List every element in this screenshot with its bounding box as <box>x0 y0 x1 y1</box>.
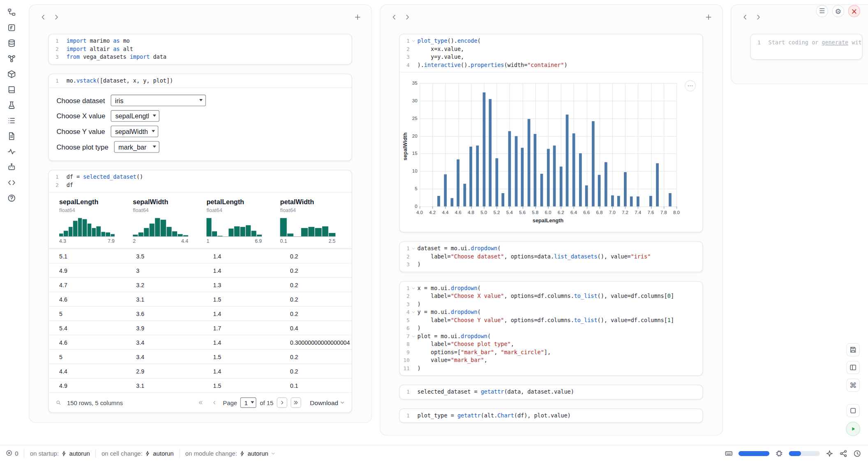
chart-cell[interactable]: 1plot_type().encode(2 x=x.value,3 y=y.va… <box>399 34 703 233</box>
runtime-config-item[interactable]: on cell change:autorun <box>102 450 174 456</box>
code-editor[interactable]: 1selected_dataset = getattr(data, datase… <box>399 385 702 399</box>
table-row[interactable]: 4.73.21.30.2setosa <box>49 278 352 292</box>
plot-type-select[interactable]: mark_bar <box>114 141 159 152</box>
table-row[interactable]: 4.42.91.40.2setosa <box>49 364 352 378</box>
code-editor[interactable]: 1mo.vstack([dataset, x, y, plot]) <box>49 74 352 88</box>
snippets-icon[interactable] <box>5 176 18 189</box>
menu-button[interactable]: ☰ <box>816 5 828 17</box>
variables-icon[interactable] <box>5 52 18 65</box>
code-line[interactable]: 9 options=["mark_bar", "mark_circle"], <box>399 348 697 357</box>
runtime-config-item[interactable]: on module change:autorun <box>185 450 275 456</box>
ai-chat-icon[interactable] <box>5 161 18 174</box>
dataset-select[interactable]: iris <box>111 95 206 106</box>
code-line[interactable]: 4y = mo.ui.dropdown( <box>399 308 697 316</box>
code-editor[interactable]: 1 Start coding or generate with AI <box>750 35 862 59</box>
code-line[interactable]: 10 value="mark_bar", <box>399 356 697 364</box>
code-editor[interactable]: 1import marimo as mo2import altair as al… <box>49 35 352 64</box>
xy-plot-dropdowns-cell[interactable]: 1x = mo.ui.dropdown(2 label="Choose X va… <box>399 281 703 376</box>
chevron-right-icon[interactable] <box>752 11 764 23</box>
code-line[interactable]: 11) <box>399 364 697 373</box>
table-row[interactable]: 5.43.91.70.4setosa <box>49 321 352 335</box>
notebook-icon[interactable] <box>5 83 18 96</box>
fold-caret-icon[interactable] <box>410 244 418 253</box>
code-line[interactable]: 1dataset = mo.ui.dropdown( <box>399 244 697 253</box>
imports-cell[interactable]: 1import marimo as mo2import altair as al… <box>48 34 352 65</box>
table-row[interactable]: 4.63.41.40.30000000000000004setosa <box>49 335 352 350</box>
last-page-button[interactable] <box>291 397 301 408</box>
search-icon[interactable] <box>53 397 64 408</box>
add-cell-button[interactable] <box>702 11 715 23</box>
column-header-species[interactable]: speciesobjectunique:nulls: <box>349 198 352 244</box>
dataframe-cell[interactable]: 1df = selected_dataset()2df sepalLengthf… <box>48 170 352 413</box>
code-line[interactable]: 8 label="Choose plot type", <box>399 340 697 348</box>
scratchpad-button[interactable] <box>846 404 859 417</box>
code-line[interactable]: 2 label="Choose dataset", options=data.l… <box>399 253 697 261</box>
code-line[interactable]: 1mo.vstack([dataset, x, y, plot]) <box>49 77 346 85</box>
code-line[interactable]: 1df = selected_dataset() <box>49 173 346 182</box>
command-palette-button[interactable]: ⌘ <box>846 378 859 392</box>
run-all-button[interactable] <box>846 422 860 436</box>
connections-icon[interactable] <box>839 449 847 457</box>
code-line[interactable]: 3) <box>399 300 697 309</box>
controls-cell[interactable]: 1mo.vstack([dataset, x, y, plot]) Choose… <box>48 73 352 161</box>
chevron-right-icon[interactable] <box>402 11 414 23</box>
code-editor[interactable]: 1plot_type().encode(2 x=x.value,3 y=y.va… <box>399 35 702 73</box>
prev-page-button[interactable] <box>209 397 220 408</box>
save-button[interactable] <box>846 343 859 356</box>
shutdown-button[interactable]: × <box>848 5 861 17</box>
generate-with-ai-link[interactable]: generate <box>822 39 848 46</box>
fold-caret-icon[interactable] <box>410 332 418 341</box>
chart-menu-button[interactable] <box>685 80 696 91</box>
download-button[interactable]: Download <box>310 399 345 406</box>
keyboard-shortcuts-icon[interactable] <box>725 449 733 457</box>
documentation-icon[interactable] <box>5 129 18 143</box>
code-line[interactable]: 6) <box>399 324 697 332</box>
chevron-right-icon[interactable] <box>51 11 63 23</box>
dataset-dropdown-cell[interactable]: 1dataset = mo.ui.dropdown(2 label="Choos… <box>399 241 703 272</box>
code-line[interactable]: 1plot_type().encode( <box>399 37 697 45</box>
code-line[interactable]: 2import altair as alt <box>49 45 346 53</box>
page-select[interactable]: 1 <box>240 397 256 408</box>
marimo-file-icon[interactable] <box>5 21 18 34</box>
table-row[interactable]: 5.13.51.40.2setosa <box>49 249 352 263</box>
code-line[interactable]: 5 label="Choose Y value", options=df.col… <box>399 316 697 325</box>
code-editor[interactable]: 1df = selected_dataset()2df <box>49 171 352 193</box>
x-value-select[interactable]: sepalLength <box>111 110 160 122</box>
scratchpad-icon[interactable] <box>5 99 18 112</box>
runtime-config-item[interactable]: on startup:autorun <box>30 450 90 456</box>
code-line[interactable]: 3from vega_datasets import data <box>49 53 346 61</box>
code-line[interactable]: 7plot = mo.ui.dropdown( <box>399 332 697 341</box>
column-header-sepalLength[interactable]: sepalLengthfloat644.37.9 <box>54 198 128 244</box>
y-value-select[interactable]: sepalWidth <box>111 126 158 137</box>
history-icon[interactable] <box>853 449 861 457</box>
code-line[interactable]: 1x = mo.ui.dropdown( <box>399 284 697 293</box>
code-editor[interactable]: 1x = mo.ui.dropdown(2 label="Choose X va… <box>399 281 702 375</box>
column-header-petalWidth[interactable]: petalWidthfloat640.12.5 <box>275 198 349 244</box>
plot-type-cell[interactable]: 1plot_type = getattr(alt.Chart(df), plot… <box>399 408 703 423</box>
first-page-button[interactable] <box>195 397 206 408</box>
chevron-left-icon[interactable] <box>388 11 400 23</box>
code-line[interactable]: 2df <box>49 181 346 189</box>
code-line[interactable]: 4).interactive().properties(width="conta… <box>399 61 697 69</box>
column-header-petalLength[interactable]: petalLengthfloat6416.9 <box>201 198 275 244</box>
code-editor[interactable]: 1plot_type = getattr(alt.Chart(df), plot… <box>399 409 702 422</box>
code-line[interactable]: 1selected_dataset = getattr(data, datase… <box>399 388 697 396</box>
selected-dataset-cell[interactable]: 1selected_dataset = getattr(data, datase… <box>399 385 703 399</box>
code-line[interactable]: 2 x=x.value, <box>399 45 697 53</box>
fold-caret-icon[interactable] <box>410 308 418 316</box>
table-row[interactable]: 4.931.40.2setosa <box>49 263 352 278</box>
table-row[interactable]: 53.41.50.2setosa <box>49 350 352 364</box>
tracing-icon[interactable] <box>5 145 18 158</box>
table-row[interactable]: 4.63.11.50.2setosa <box>49 292 352 307</box>
code-line[interactable]: 2 label="Choose X value", options=df.col… <box>399 292 697 300</box>
chevron-left-icon[interactable] <box>37 11 49 23</box>
table-row[interactable]: 4.93.11.50.1setosa <box>49 378 352 393</box>
fold-caret-icon[interactable] <box>410 284 418 293</box>
fold-caret-icon[interactable] <box>410 37 418 45</box>
outline-icon[interactable] <box>5 114 18 127</box>
database-icon[interactable] <box>5 37 18 50</box>
settings-button[interactable]: ⚙ <box>832 5 844 17</box>
table-row[interactable]: 53.61.40.2setosa <box>49 307 352 321</box>
empty-cell[interactable]: 1 Start coding or generate with AI <box>750 34 862 60</box>
help-icon[interactable] <box>5 191 18 205</box>
